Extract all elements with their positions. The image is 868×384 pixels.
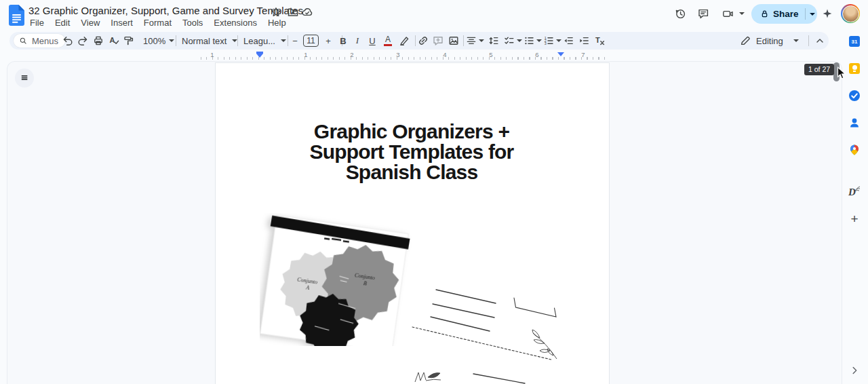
- pencil-icon: [739, 35, 751, 47]
- formatting-toolbar: Menus A 100% Normal text Leagu...: [9, 32, 829, 50]
- search-menus-button[interactable]: Menus: [14, 34, 65, 47]
- italic-icon[interactable]: I: [351, 34, 364, 47]
- doc-heading[interactable]: Graphic Organizers + Support Templates f…: [229, 121, 595, 183]
- text-color-icon[interactable]: A: [381, 34, 395, 47]
- toolbar-separator: [415, 35, 416, 46]
- google-contacts-icon[interactable]: [845, 113, 864, 132]
- spellcheck-icon[interactable]: A: [107, 34, 121, 47]
- bulleted-list-select[interactable]: [523, 34, 542, 47]
- numbered-list-select[interactable]: 123: [542, 34, 561, 47]
- toolbar-separator: [237, 35, 238, 46]
- meet-dropdown-caret-icon[interactable]: [739, 12, 745, 15]
- clear-formatting-icon[interactable]: T: [593, 34, 606, 47]
- bold-icon[interactable]: B: [336, 34, 350, 47]
- right-indent-marker[interactable]: [557, 52, 564, 56]
- align-select[interactable]: [465, 34, 484, 47]
- underline-icon[interactable]: U: [366, 34, 379, 47]
- menu-format[interactable]: Format: [138, 16, 177, 30]
- ruler-number: 4: [443, 51, 446, 58]
- search-icon: [19, 37, 28, 45]
- align-center-icon: [465, 35, 477, 47]
- ruler-number: 2: [350, 51, 353, 58]
- share-divider: [805, 8, 806, 20]
- insert-link-icon[interactable]: [416, 34, 430, 47]
- google-maps-icon[interactable]: [845, 140, 864, 159]
- ruler-number: 5: [489, 51, 492, 58]
- google-tasks-icon[interactable]: [845, 86, 864, 105]
- insert-image-icon[interactable]: [447, 34, 460, 47]
- google-calendar-icon[interactable]: 31: [845, 32, 864, 51]
- notes-worksheet-image[interactable]: [406, 267, 583, 384]
- editing-mode-select[interactable]: Editing: [739, 34, 799, 47]
- google-docs-window: 32 Graphic Organizer, Support, Game and …: [0, 0, 868, 384]
- toolbar-separator: [176, 35, 176, 46]
- font-size-field[interactable]: 11: [303, 35, 319, 47]
- align-caret-icon: [479, 39, 484, 42]
- print-icon[interactable]: [92, 34, 105, 47]
- paint-format-icon[interactable]: [121, 34, 135, 47]
- doc-heading-line: Support Templates for: [229, 142, 595, 162]
- toolbar-separator: [463, 35, 464, 46]
- text-color-swatch: [384, 44, 392, 46]
- increase-indent-icon[interactable]: [577, 34, 591, 47]
- left-indent-marker[interactable]: [256, 52, 263, 58]
- paragraph-style-value: Normal text: [182, 36, 226, 46]
- font-caret-icon: [281, 39, 286, 42]
- ruler-number: 7: [581, 51, 585, 58]
- zoom-value: 100%: [143, 36, 165, 46]
- toolbar-separator: [808, 35, 809, 46]
- svg-text:T: T: [595, 36, 600, 44]
- font-family-select[interactable]: Leagu...: [243, 34, 286, 47]
- lock-icon: [760, 9, 770, 19]
- highlight-color-icon[interactable]: [397, 34, 411, 47]
- menu-insert[interactable]: Insert: [105, 16, 138, 30]
- hide-side-panel-icon[interactable]: [845, 361, 864, 380]
- menu-extensions[interactable]: Extensions: [208, 16, 262, 30]
- meet-video-call-icon[interactable]: [719, 5, 736, 22]
- venn-worksheet-image[interactable]: Conjunto A Conjunto B: [260, 213, 422, 346]
- decrease-indent-icon[interactable]: [561, 34, 575, 47]
- avatar-photo: [842, 5, 859, 22]
- share-button[interactable]: Share: [751, 4, 817, 24]
- line-spacing-icon[interactable]: [487, 34, 500, 47]
- add-comment-icon[interactable]: [431, 34, 445, 47]
- editing-mode-value: Editing: [756, 36, 783, 46]
- docs-addon-icon[interactable]: D: [845, 183, 864, 201]
- version-history-icon[interactable]: [671, 5, 689, 22]
- leaf-sketch-bottom: [415, 372, 441, 382]
- checklist-select[interactable]: [503, 34, 522, 47]
- share-dropdown-caret-icon[interactable]: [810, 13, 815, 16]
- account-avatar[interactable]: [841, 4, 860, 23]
- menu-view[interactable]: View: [75, 16, 105, 30]
- comments-icon[interactable]: [694, 5, 712, 22]
- editing-caret-icon: [793, 39, 799, 42]
- increase-font-size-button[interactable]: +: [321, 34, 335, 47]
- show-outline-button[interactable]: [15, 69, 34, 88]
- menus-label: Menus: [32, 36, 58, 46]
- menu-edit[interactable]: Edit: [50, 16, 75, 30]
- ruler-number: 3: [396, 51, 399, 58]
- gemini-sparkle-icon[interactable]: [818, 5, 836, 22]
- paragraph-style-select[interactable]: Normal text: [182, 34, 237, 47]
- google-keep-icon[interactable]: [845, 59, 864, 78]
- bulleted-list-caret-icon: [536, 39, 542, 42]
- docs-logo-icon[interactable]: [9, 5, 24, 26]
- undo-icon[interactable]: [61, 34, 75, 47]
- decrease-font-size-button[interactable]: −: [288, 34, 302, 47]
- bulleted-list-icon: [523, 35, 535, 47]
- collapse-toolbar-icon[interactable]: [813, 34, 827, 47]
- numbered-list-caret-icon: [556, 39, 561, 42]
- redo-icon[interactable]: [76, 34, 90, 47]
- svg-text:A: A: [109, 36, 115, 44]
- numbered-list-icon: 123: [542, 35, 555, 47]
- get-add-ons-icon[interactable]: +: [845, 210, 864, 229]
- document-status-cloud-icon[interactable]: [301, 6, 313, 18]
- zoom-select[interactable]: 100%: [143, 34, 174, 47]
- menu-help[interactable]: Help: [262, 16, 292, 30]
- font-family-value: Leagu...: [243, 36, 275, 46]
- share-button-label: Share: [773, 9, 799, 19]
- document-title[interactable]: 32 Graphic Organizer, Support, Game and …: [28, 5, 303, 16]
- ruler-number: 1: [304, 51, 307, 58]
- menu-file[interactable]: File: [24, 16, 50, 30]
- menu-tools[interactable]: Tools: [177, 16, 208, 30]
